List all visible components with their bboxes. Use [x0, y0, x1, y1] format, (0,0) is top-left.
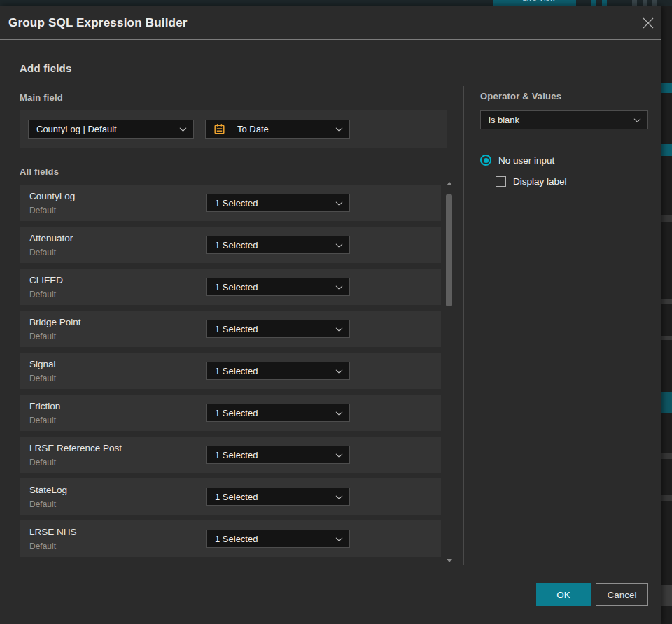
checkbox-unchecked-icon: [496, 176, 506, 187]
field-subtitle: Default: [29, 332, 56, 341]
background-edge-block: [662, 453, 672, 459]
background-edge-block: [662, 299, 672, 304]
field-selection-dropdown[interactable]: 1 Selected: [206, 194, 350, 212]
scroll-down-icon[interactable]: [447, 559, 452, 562]
display-label-label: Display label: [513, 176, 567, 187]
chevron-down-icon: [336, 492, 343, 499]
field-subtitle: Default: [29, 290, 56, 299]
field-row: LRSE Reference Post Default 1 Selected: [20, 437, 441, 473]
field-subtitle: Default: [29, 248, 56, 257]
no-user-input-label: No user input: [498, 155, 554, 166]
background-toolbar-button: [592, 0, 596, 6]
main-field-select-value: CountyLog | Default: [36, 124, 175, 134]
field-selection-dropdown[interactable]: 1 Selected: [206, 446, 350, 464]
background-app-edge: [662, 6, 672, 624]
field-selection-dropdown[interactable]: 1 Selected: [206, 404, 350, 422]
field-selection-dropdown[interactable]: 1 Selected: [206, 530, 350, 548]
field-row: LRSE NHS Default 1 Selected: [20, 520, 441, 557]
chevron-down-icon: [336, 367, 343, 374]
background-edge-block: [662, 144, 672, 156]
background-edge-block: [662, 585, 672, 606]
scrollbar-thumb[interactable]: [446, 194, 452, 306]
chevron-down-icon: [336, 534, 343, 541]
field-row: Signal Default 1 Selected: [20, 353, 441, 389]
field-subtitle: Default: [29, 541, 56, 551]
field-selection-dropdown[interactable]: 1 Selected: [206, 278, 350, 296]
field-selection-dropdown[interactable]: 1 Selected: [206, 362, 350, 380]
background-edge-block: [662, 495, 672, 501]
live-view-indicator: Live View: [493, 0, 576, 6]
dropdown-value: 1 Selected: [215, 240, 331, 250]
field-subtitle: Default: [29, 458, 56, 467]
field-name: Friction: [29, 401, 60, 411]
all-fields-label: All fields: [20, 166, 59, 177]
background-toolbar-button: [643, 0, 648, 6]
main-field-select[interactable]: CountyLog | Default: [28, 120, 194, 139]
close-icon: [642, 17, 654, 29]
calendar-icon: [214, 123, 225, 135]
field-name: Bridge Point: [29, 317, 81, 327]
field-name: CLIFED: [29, 275, 63, 285]
main-field-date-select[interactable]: To Date: [205, 120, 350, 139]
field-subtitle: Default: [29, 206, 56, 215]
dropdown-value: 1 Selected: [215, 282, 331, 292]
no-user-input-radio[interactable]: No user input: [480, 155, 554, 166]
chevron-down-icon: [336, 409, 343, 416]
field-selection-dropdown[interactable]: 1 Selected: [206, 488, 350, 506]
cancel-button[interactable]: Cancel: [596, 583, 648, 606]
screen: Live View Group SQL Expression Builder A: [0, 0, 672, 624]
close-button[interactable]: [640, 15, 657, 31]
field-row: CLIFED Default 1 Selected: [20, 269, 441, 305]
dialog-title: Group SQL Expression Builder: [8, 6, 188, 40]
dialog-titlebar: Group SQL Expression Builder: [0, 6, 662, 40]
chevron-down-icon: [336, 451, 343, 458]
chevron-down-icon: [634, 115, 641, 122]
field-selection-dropdown[interactable]: 1 Selected: [206, 320, 350, 338]
scroll-up-icon[interactable]: [447, 182, 452, 185]
operator-values-label: Operator & Values: [480, 91, 561, 101]
fields-scrollbar[interactable]: [445, 180, 454, 564]
main-field-label: Main field: [20, 92, 63, 103]
field-row: CountyLog Default 1 Selected: [20, 185, 441, 221]
field-name: LRSE NHS: [29, 527, 77, 537]
field-subtitle: Default: [29, 499, 56, 509]
group-sql-expression-builder-dialog: Group SQL Expression Builder Add fields …: [0, 6, 662, 624]
background-toolbar-button: [652, 0, 657, 6]
chevron-down-icon: [336, 125, 343, 132]
field-row: Friction Default 1 Selected: [20, 395, 441, 431]
dropdown-value: 1 Selected: [215, 324, 331, 334]
add-fields-heading: Add fields: [20, 62, 72, 74]
chevron-down-icon: [336, 199, 343, 206]
ok-button[interactable]: OK: [536, 583, 591, 606]
dropdown-value: 1 Selected: [215, 408, 331, 418]
panel-divider: [463, 86, 464, 565]
field-name: Attenuator: [29, 233, 73, 243]
background-edge-block: [662, 392, 672, 413]
dropdown-value: 1 Selected: [215, 534, 331, 544]
field-selection-dropdown[interactable]: 1 Selected: [206, 236, 350, 254]
field-row: Bridge Point Default 1 Selected: [20, 311, 441, 347]
background-edge-block: [662, 83, 672, 93]
main-field-date-value: To Date: [237, 124, 326, 134]
main-field-panel: CountyLog | Default To Date: [20, 110, 447, 148]
operator-select[interactable]: is blank: [480, 110, 648, 129]
background-toolbar-button: [632, 0, 637, 6]
background-edge-block: [662, 336, 672, 340]
field-subtitle: Default: [29, 416, 56, 425]
radio-selected-icon: [480, 155, 491, 166]
background-edge-block: [662, 215, 672, 222]
dropdown-value: 1 Selected: [215, 492, 331, 502]
chevron-down-icon: [336, 283, 343, 290]
operator-select-value: is blank: [489, 115, 629, 125]
display-label-checkbox[interactable]: Display label: [496, 176, 567, 187]
field-name: StateLog: [29, 485, 67, 495]
field-name: Signal: [29, 359, 56, 369]
field-name: LRSE Reference Post: [29, 443, 122, 453]
live-view-label: Live View: [523, 0, 556, 2]
background-toolbar-button: [602, 0, 607, 6]
all-fields-list: CountyLog Default 1 Selected Attenuator …: [20, 185, 441, 562]
background-toolbar: Live View: [0, 0, 672, 6]
field-row: StateLog Default 1 Selected: [20, 478, 441, 515]
dropdown-value: 1 Selected: [215, 198, 331, 208]
chevron-down-icon: [336, 241, 343, 248]
